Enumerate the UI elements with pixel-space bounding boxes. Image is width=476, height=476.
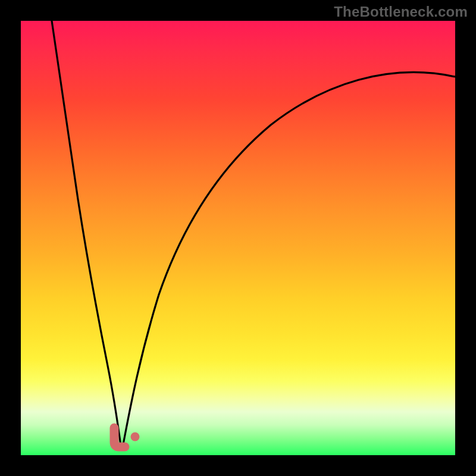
watermark-text: TheBottleneck.com	[334, 4, 468, 20]
right-curve	[123, 72, 455, 444]
min-marker-right	[131, 433, 140, 441]
curves-layer	[21, 21, 455, 455]
chart-frame: TheBottleneck.com	[0, 0, 476, 476]
left-curve	[52, 21, 121, 446]
plot-area	[21, 21, 455, 455]
